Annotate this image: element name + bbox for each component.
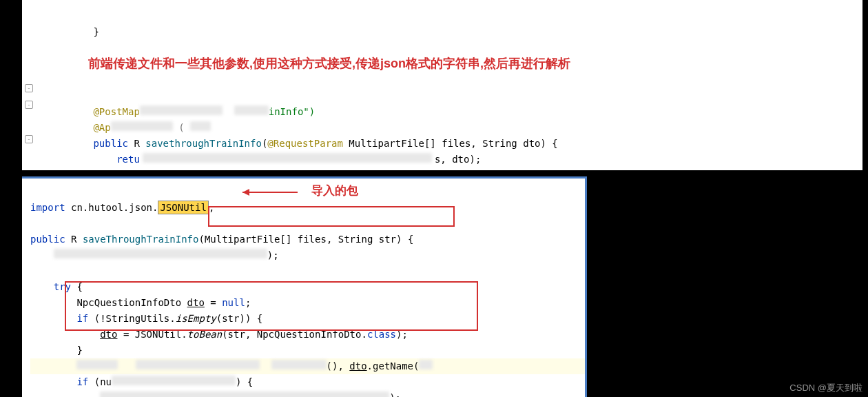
line: );: [30, 250, 279, 261]
line: retus, dto);: [47, 154, 481, 165]
line: );: [30, 392, 401, 397]
annotation-comment: 前端传递文件和一些其他参数,使用这种方式接受,传递json格式的字符串,然后再进…: [88, 57, 570, 70]
arrow-icon: [236, 185, 304, 199]
line: }: [30, 345, 83, 356]
line: public R saveThroughTrainInfo(MultipartF…: [30, 234, 413, 245]
svg-marker-1: [242, 189, 249, 196]
code-content-top[interactable]: } 前端传递文件和一些其他参数,使用这种方式接受,传递json格式的字符串,然后…: [22, 6, 862, 199]
line: public R savethroughTrainInfo(@RequestPa…: [47, 138, 558, 149]
import-label: 导入的包: [311, 183, 358, 198]
red-box-parse: [65, 281, 478, 331]
line: @Ap (: [47, 122, 211, 133]
import-class-highlight: JSONUtil: [158, 201, 208, 214]
line: @PostMap inInfo"): [47, 106, 315, 117]
watermark: CSDN @夏天到啦: [789, 382, 862, 394]
line: if (nu) {: [30, 376, 253, 387]
code-panel-bottom: import cn.hutool.json.JSONUtil; public R…: [22, 176, 587, 397]
line: import cn.hutool.json.JSONUtil;: [30, 201, 214, 214]
red-box-params: [208, 206, 455, 227]
line: (), dto.getName(: [30, 358, 585, 374]
line: }: [47, 26, 99, 37]
code-panel-top: - - - } 前端传递文件和一些其他参数,使用这种方式接受,传递json格式的…: [22, 0, 862, 170]
